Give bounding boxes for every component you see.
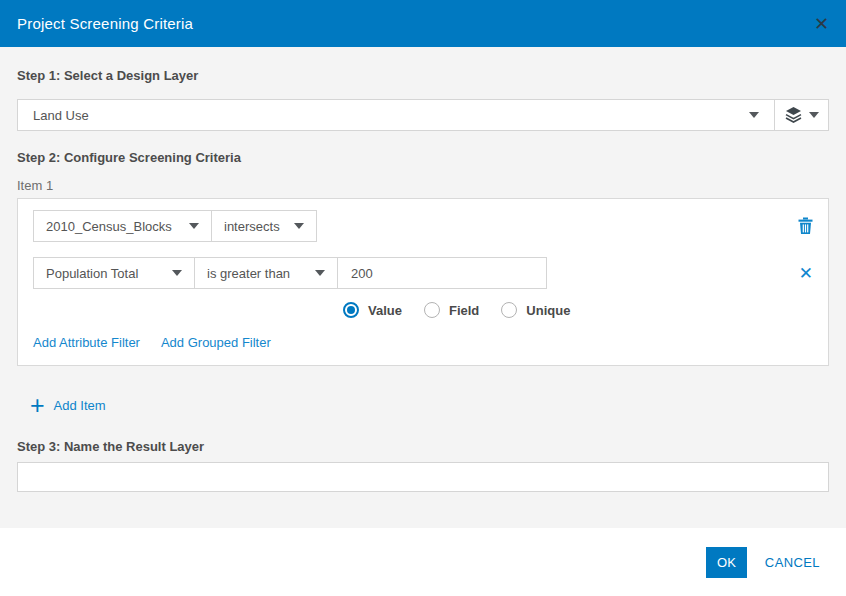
add-grouped-filter-link[interactable]: Add Grouped Filter bbox=[161, 335, 271, 350]
plus-icon: + bbox=[30, 396, 45, 414]
chevron-down-icon bbox=[294, 223, 304, 229]
spatial-criteria-row: 2010_Census_Blocks intersects bbox=[33, 210, 813, 242]
spatial-operator-value: intersects bbox=[224, 219, 280, 234]
chevron-down-icon bbox=[315, 270, 325, 276]
project-screening-dialog: Project Screening Criteria ✕ Step 1: Sel… bbox=[0, 0, 846, 596]
radio-button-icon[interactable] bbox=[424, 302, 440, 318]
criteria-layer-select[interactable]: 2010_Census_Blocks bbox=[34, 211, 211, 241]
attribute-operator-select[interactable]: is greater than bbox=[194, 258, 337, 288]
screening-item-card: 2010_Census_Blocks intersects bbox=[17, 198, 829, 366]
design-layer-selected-value: Land Use bbox=[18, 108, 749, 123]
attribute-operator-value: is greater than bbox=[207, 266, 290, 281]
chevron-down-icon bbox=[189, 223, 199, 229]
remove-filter-icon[interactable]: ✕ bbox=[799, 265, 813, 282]
attribute-field-select[interactable]: Population Total bbox=[34, 258, 194, 288]
radio-option-field[interactable]: Field bbox=[424, 302, 479, 318]
chevron-down-icon bbox=[172, 270, 182, 276]
dialog-body: Step 1: Select a Design Layer Land Use S… bbox=[0, 47, 846, 528]
radio-button-icon[interactable] bbox=[343, 302, 359, 318]
dialog-header: Project Screening Criteria ✕ bbox=[0, 0, 846, 47]
radio-option-unique[interactable]: Unique bbox=[501, 302, 570, 318]
attribute-filter-group: Population Total is greater than bbox=[33, 257, 547, 289]
add-attribute-filter-link[interactable]: Add Attribute Filter bbox=[33, 335, 140, 350]
attribute-field-value: Population Total bbox=[46, 266, 138, 281]
item-label: Item 1 bbox=[17, 179, 829, 193]
cancel-button[interactable]: CANCEL bbox=[765, 555, 820, 570]
radio-label: Value bbox=[368, 303, 402, 318]
design-layer-select[interactable]: Land Use bbox=[17, 99, 829, 131]
dialog-footer: OK CANCEL bbox=[0, 528, 846, 596]
close-icon[interactable]: ✕ bbox=[814, 15, 829, 33]
chevron-down-icon bbox=[809, 112, 819, 118]
criteria-layer-value: 2010_Census_Blocks bbox=[46, 219, 172, 234]
result-layer-name-input[interactable] bbox=[17, 462, 829, 492]
layers-icon bbox=[785, 107, 802, 123]
attribute-filter-row: Population Total is greater than ✕ bbox=[33, 257, 813, 289]
radio-button-icon[interactable] bbox=[501, 302, 517, 318]
step1-heading: Step 1: Select a Design Layer bbox=[17, 69, 829, 83]
step2-heading: Step 2: Configure Screening Criteria bbox=[17, 151, 829, 165]
filter-links-row: Add Attribute Filter Add Grouped Filter bbox=[33, 335, 813, 350]
chevron-down-icon bbox=[749, 112, 759, 118]
delete-item-button[interactable] bbox=[798, 217, 813, 235]
add-item-button[interactable]: + Add Item bbox=[30, 396, 106, 414]
add-item-label: Add Item bbox=[54, 398, 106, 413]
trash-icon bbox=[798, 223, 813, 238]
attribute-value-cell bbox=[337, 258, 546, 288]
radio-label: Unique bbox=[526, 303, 570, 318]
ok-button[interactable]: OK bbox=[706, 547, 747, 578]
radio-label: Field bbox=[449, 303, 479, 318]
spatial-criteria-group: 2010_Census_Blocks intersects bbox=[33, 210, 317, 242]
dialog-title: Project Screening Criteria bbox=[17, 15, 193, 32]
radio-option-value[interactable]: Value bbox=[343, 302, 402, 318]
value-type-radio-group: Value Field Unique bbox=[343, 302, 813, 318]
attribute-value-input[interactable] bbox=[338, 258, 546, 288]
step3-heading: Step 3: Name the Result Layer bbox=[17, 440, 829, 454]
layer-options-button[interactable] bbox=[775, 100, 828, 130]
spatial-operator-select[interactable]: intersects bbox=[211, 211, 316, 241]
